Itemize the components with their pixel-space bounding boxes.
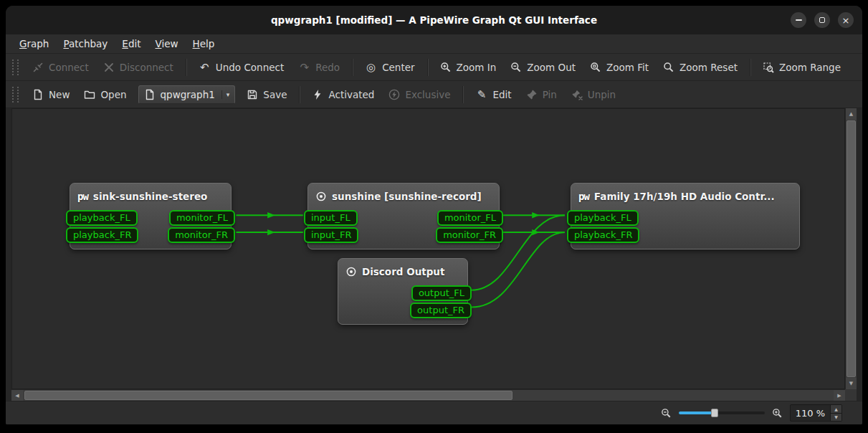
- scroll-left-button[interactable]: ◀: [11, 390, 23, 401]
- edit-icon: ✎: [475, 89, 487, 100]
- port-sunshine-input-fl[interactable]: input_FL: [304, 210, 358, 226]
- monitor-icon: [315, 191, 327, 202]
- toolbar-separator: [299, 86, 300, 103]
- arrow-down-icon: ▼: [849, 381, 853, 386]
- arrow-right-icon: ▶: [837, 393, 841, 399]
- new-file-icon: [32, 89, 44, 100]
- horizontal-scrollbar-row: ◀ ▶: [11, 389, 857, 401]
- zoom-slider-fill: [679, 411, 715, 414]
- window-title: qpwgraph1 [modified] — A PipeWire Graph …: [271, 14, 597, 26]
- unpin-icon: [571, 89, 583, 100]
- minimize-button[interactable]: [791, 12, 806, 28]
- menu-help[interactable]: Help: [186, 36, 221, 52]
- maximize-button[interactable]: [814, 12, 830, 28]
- port-discord-output-fr[interactable]: output_FR: [410, 303, 472, 318]
- zoom-spinbox[interactable]: 110 % ▲ ▼: [790, 404, 842, 422]
- undo-connect-button[interactable]: ↶ Undo Connect: [192, 57, 290, 77]
- node-title: sink-sunshine-stereo: [93, 191, 208, 202]
- horizontal-scroll-thumb[interactable]: [24, 391, 512, 400]
- activated-toggle[interactable]: Activated: [305, 85, 381, 105]
- port-discord-output-fl[interactable]: output_FL: [411, 285, 472, 301]
- horizontal-scroll-track[interactable]: [23, 390, 834, 401]
- port-sunshine-input-fr[interactable]: input_FR: [304, 227, 358, 243]
- save-icon: [247, 89, 258, 100]
- arrow-up-icon: ▲: [849, 111, 853, 117]
- node-title: sunshine [sunshine-record]: [332, 191, 482, 202]
- connect-button[interactable]: Connect: [26, 57, 95, 77]
- activated-icon: [312, 89, 323, 100]
- zoom-fit-button[interactable]: Zoom Fit: [583, 57, 655, 77]
- graph-canvas[interactable]: pw sink-sunshine-stereo playback_FL moni…: [11, 108, 845, 389]
- patchbay-file-value: qpwgraph1: [161, 89, 215, 100]
- vertical-scroll-track[interactable]: [846, 120, 857, 378]
- zoom-slider[interactable]: [679, 407, 765, 419]
- minimize-icon: [796, 19, 802, 21]
- zoom-in-icon[interactable]: [772, 408, 783, 419]
- node-family-hd-audio[interactable]: pw Family 17h/19h HD Audio Contr... play…: [571, 183, 800, 249]
- pin-button[interactable]: Pin: [520, 85, 563, 105]
- connection-arrow: [267, 212, 275, 218]
- scroll-up-button[interactable]: ▲: [846, 108, 857, 120]
- open-folder-icon: [84, 89, 95, 100]
- scroll-down-button[interactable]: ▼: [846, 378, 857, 389]
- zoom-slider-handle[interactable]: [711, 409, 718, 417]
- vertical-scrollbar[interactable]: ▲ ▼: [845, 108, 857, 389]
- menu-view[interactable]: View: [149, 36, 185, 52]
- center-button[interactable]: ◎ Center: [358, 57, 421, 77]
- unpin-button[interactable]: Unpin: [565, 85, 622, 105]
- zoom-range-icon: [763, 62, 774, 73]
- node-sunshine[interactable]: sunshine [sunshine-record] input_FL moni…: [307, 183, 500, 249]
- save-button[interactable]: Save: [240, 85, 293, 105]
- ports: output_FL output_FR: [338, 285, 467, 324]
- port-sunshine-monitor-fl[interactable]: monitor_FL: [437, 210, 503, 226]
- scroll-right-button[interactable]: ▶: [834, 390, 845, 401]
- disconnect-button[interactable]: Disconnect: [97, 57, 180, 77]
- menu-graph[interactable]: Graph: [13, 36, 55, 52]
- close-button[interactable]: ×: [838, 12, 854, 28]
- zoom-out-icon[interactable]: [661, 408, 672, 419]
- toolbar-separator: [352, 59, 353, 76]
- pipewire-icon: pw: [77, 191, 88, 202]
- disconnect-icon: [103, 62, 115, 73]
- redo-icon: ↷: [298, 62, 310, 73]
- node-discord-output[interactable]: Discord Output output_FL output_FR: [338, 258, 468, 325]
- ports: input_FL monitor_FL input_FR monitor_FR: [308, 210, 499, 249]
- edit-toggle[interactable]: ✎ Edit: [469, 85, 518, 105]
- menu-edit[interactable]: Edit: [115, 36, 147, 52]
- port-family-playback-fl[interactable]: playback_FL: [567, 210, 639, 226]
- statusbar: 110 % ▲ ▼: [6, 401, 862, 424]
- port-sink-playback-fr[interactable]: playback_FR: [66, 227, 138, 243]
- port-sunshine-monitor-fr[interactable]: monitor_FR: [436, 227, 503, 243]
- new-button[interactable]: New: [26, 85, 76, 105]
- port-sink-monitor-fr[interactable]: monitor_FR: [168, 227, 235, 243]
- horizontal-scrollbar[interactable]: ◀ ▶: [11, 389, 845, 401]
- toolbar-graph: Connect Disconnect ↶ Undo Connect ↷ Redo…: [6, 54, 862, 81]
- redo-button[interactable]: ↷ Redo: [292, 57, 346, 77]
- node-sink-sunshine-stereo[interactable]: pw sink-sunshine-stereo playback_FL moni…: [70, 183, 232, 249]
- patchbay-file-combobox[interactable]: qpwgraph1 ▾: [138, 85, 236, 104]
- toolbar-drag-handle[interactable]: [12, 60, 19, 75]
- port-sink-playback-fl[interactable]: playback_FL: [66, 210, 138, 226]
- port-sink-monitor-fl[interactable]: monitor_FL: [169, 210, 235, 226]
- zoom-reset-button[interactable]: Zoom Reset: [657, 57, 744, 77]
- toolbar-drag-handle[interactable]: [12, 87, 19, 103]
- zoom-out-button[interactable]: Zoom Out: [504, 57, 582, 77]
- zoom-spin-down-button[interactable]: ▼: [831, 413, 841, 422]
- connect-icon: [32, 62, 44, 73]
- toolbar-patchbay: New Open qpwgraph1 ▾ Save Activated Excl…: [6, 81, 862, 108]
- window-controls: ×: [791, 12, 854, 28]
- port-family-playback-fr[interactable]: playback_FR: [567, 227, 639, 243]
- menubar: Graph Patchbay Edit View Help: [6, 34, 862, 54]
- zoom-in-button[interactable]: Zoom In: [434, 57, 503, 77]
- vertical-scroll-thumb[interactable]: [846, 120, 856, 377]
- pipewire-icon: pw: [578, 191, 589, 202]
- exclusive-toggle[interactable]: Exclusive: [382, 85, 457, 105]
- pin-icon: [526, 89, 538, 100]
- menu-patchbay[interactable]: Patchbay: [57, 36, 114, 52]
- ports: playback_FL monitor_FL playback_FR monit…: [70, 210, 231, 249]
- node-title: Family 17h/19h HD Audio Contr...: [594, 191, 775, 202]
- open-button[interactable]: Open: [77, 85, 133, 105]
- zoom-range-button[interactable]: Zoom Range: [756, 57, 847, 77]
- titlebar[interactable]: qpwgraph1 [modified] — A PipeWire Graph …: [6, 6, 862, 34]
- zoom-spin-up-button[interactable]: ▲: [831, 405, 841, 413]
